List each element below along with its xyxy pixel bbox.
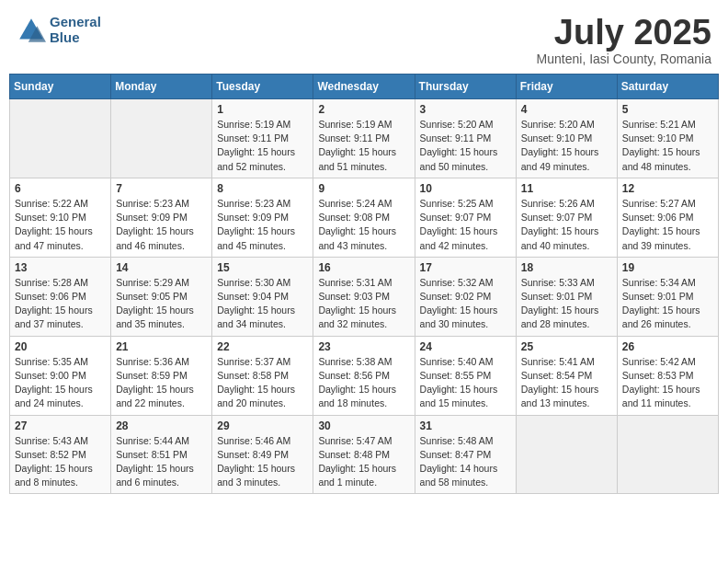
day-info: Sunrise: 5:20 AM Sunset: 9:10 PM Dayligh… xyxy=(521,118,612,174)
calendar-cell: 10Sunrise: 5:25 AM Sunset: 9:07 PM Dayli… xyxy=(415,178,516,257)
day-info: Sunrise: 5:30 AM Sunset: 9:04 PM Dayligh… xyxy=(217,276,308,332)
calendar-table: SundayMondayTuesdayWednesdayThursdayFrid… xyxy=(9,74,719,494)
calendar-cell: 5Sunrise: 5:21 AM Sunset: 9:10 PM Daylig… xyxy=(617,99,718,178)
day-info: Sunrise: 5:28 AM Sunset: 9:06 PM Dayligh… xyxy=(15,276,106,332)
calendar-week-row: 1Sunrise: 5:19 AM Sunset: 9:11 PM Daylig… xyxy=(10,99,719,178)
day-number: 15 xyxy=(217,261,308,274)
calendar-cell: 20Sunrise: 5:35 AM Sunset: 9:00 PM Dayli… xyxy=(10,336,111,415)
day-info: Sunrise: 5:38 AM Sunset: 8:56 PM Dayligh… xyxy=(318,355,409,411)
weekday-header: Tuesday xyxy=(212,75,313,99)
day-info: Sunrise: 5:24 AM Sunset: 9:08 PM Dayligh… xyxy=(318,197,409,253)
logo-line1: General xyxy=(50,15,101,30)
day-info: Sunrise: 5:23 AM Sunset: 9:09 PM Dayligh… xyxy=(116,197,207,253)
calendar-cell: 22Sunrise: 5:37 AM Sunset: 8:58 PM Dayli… xyxy=(212,336,313,415)
calendar-cell: 3Sunrise: 5:20 AM Sunset: 9:11 PM Daylig… xyxy=(415,99,516,178)
calendar-cell: 29Sunrise: 5:46 AM Sunset: 8:49 PM Dayli… xyxy=(212,415,313,494)
day-number: 11 xyxy=(521,182,612,195)
day-number: 17 xyxy=(420,261,511,274)
day-number: 12 xyxy=(622,182,713,195)
day-info: Sunrise: 5:29 AM Sunset: 9:05 PM Dayligh… xyxy=(116,276,207,332)
day-info: Sunrise: 5:46 AM Sunset: 8:49 PM Dayligh… xyxy=(217,434,308,490)
logo-icon xyxy=(17,16,46,45)
calendar-cell: 24Sunrise: 5:40 AM Sunset: 8:55 PM Dayli… xyxy=(415,336,516,415)
day-info: Sunrise: 5:26 AM Sunset: 9:07 PM Dayligh… xyxy=(521,197,612,253)
logo-line2: Blue xyxy=(50,30,101,46)
calendar-cell: 15Sunrise: 5:30 AM Sunset: 9:04 PM Dayli… xyxy=(212,257,313,336)
calendar-cell: 9Sunrise: 5:24 AM Sunset: 9:08 PM Daylig… xyxy=(313,178,415,257)
title-block: July 2025 Munteni, Iasi County, Romania xyxy=(537,15,711,66)
calendar-week-row: 20Sunrise: 5:35 AM Sunset: 9:00 PM Dayli… xyxy=(10,336,719,415)
day-number: 21 xyxy=(116,340,207,353)
calendar-cell: 25Sunrise: 5:41 AM Sunset: 8:54 PM Dayli… xyxy=(516,336,617,415)
day-number: 18 xyxy=(521,261,612,274)
weekday-header: Friday xyxy=(516,75,617,99)
calendar-cell: 6Sunrise: 5:22 AM Sunset: 9:10 PM Daylig… xyxy=(10,178,111,257)
calendar-week-row: 6Sunrise: 5:22 AM Sunset: 9:10 PM Daylig… xyxy=(10,178,719,257)
day-info: Sunrise: 5:34 AM Sunset: 9:01 PM Dayligh… xyxy=(622,276,713,332)
weekday-header: Saturday xyxy=(617,75,718,99)
day-number: 22 xyxy=(217,340,308,353)
day-info: Sunrise: 5:27 AM Sunset: 9:06 PM Dayligh… xyxy=(622,197,713,253)
weekday-header-row: SundayMondayTuesdayWednesdayThursdayFrid… xyxy=(10,75,719,99)
day-number: 8 xyxy=(217,182,308,195)
day-info: Sunrise: 5:37 AM Sunset: 8:58 PM Dayligh… xyxy=(217,355,308,411)
day-number: 6 xyxy=(15,182,106,195)
day-number: 27 xyxy=(15,419,106,432)
day-number: 16 xyxy=(318,261,409,274)
day-number: 23 xyxy=(318,340,409,353)
calendar-cell xyxy=(516,415,617,494)
day-number: 14 xyxy=(116,261,207,274)
calendar-cell: 7Sunrise: 5:23 AM Sunset: 9:09 PM Daylig… xyxy=(111,178,212,257)
day-info: Sunrise: 5:36 AM Sunset: 8:59 PM Dayligh… xyxy=(116,355,207,411)
day-info: Sunrise: 5:44 AM Sunset: 8:51 PM Dayligh… xyxy=(116,434,207,490)
weekday-header: Monday xyxy=(111,75,212,99)
day-info: Sunrise: 5:35 AM Sunset: 9:00 PM Dayligh… xyxy=(15,355,106,411)
calendar-cell: 19Sunrise: 5:34 AM Sunset: 9:01 PM Dayli… xyxy=(617,257,718,336)
calendar-cell xyxy=(10,99,111,178)
calendar-cell: 26Sunrise: 5:42 AM Sunset: 8:53 PM Dayli… xyxy=(617,336,718,415)
day-info: Sunrise: 5:32 AM Sunset: 9:02 PM Dayligh… xyxy=(420,276,511,332)
calendar-cell: 31Sunrise: 5:48 AM Sunset: 8:47 PM Dayli… xyxy=(415,415,516,494)
calendar-cell xyxy=(617,415,718,494)
day-number: 5 xyxy=(622,103,713,116)
calendar-cell: 8Sunrise: 5:23 AM Sunset: 9:09 PM Daylig… xyxy=(212,178,313,257)
day-number: 4 xyxy=(521,103,612,116)
logo: General Blue xyxy=(17,15,101,45)
day-info: Sunrise: 5:31 AM Sunset: 9:03 PM Dayligh… xyxy=(318,276,409,332)
day-info: Sunrise: 5:25 AM Sunset: 9:07 PM Dayligh… xyxy=(420,197,511,253)
day-number: 9 xyxy=(318,182,409,195)
calendar-cell: 30Sunrise: 5:47 AM Sunset: 8:48 PM Dayli… xyxy=(313,415,415,494)
calendar-cell: 1Sunrise: 5:19 AM Sunset: 9:11 PM Daylig… xyxy=(212,99,313,178)
calendar-week-row: 27Sunrise: 5:43 AM Sunset: 8:52 PM Dayli… xyxy=(10,415,719,494)
day-number: 24 xyxy=(420,340,511,353)
day-info: Sunrise: 5:42 AM Sunset: 8:53 PM Dayligh… xyxy=(622,355,713,411)
day-info: Sunrise: 5:33 AM Sunset: 9:01 PM Dayligh… xyxy=(521,276,612,332)
day-info: Sunrise: 5:48 AM Sunset: 8:47 PM Dayligh… xyxy=(420,434,511,490)
calendar-cell: 13Sunrise: 5:28 AM Sunset: 9:06 PM Dayli… xyxy=(10,257,111,336)
calendar-cell: 28Sunrise: 5:44 AM Sunset: 8:51 PM Dayli… xyxy=(111,415,212,494)
day-number: 31 xyxy=(420,419,511,432)
day-info: Sunrise: 5:23 AM Sunset: 9:09 PM Dayligh… xyxy=(217,197,308,253)
page-header: General Blue July 2025 Munteni, Iasi Cou… xyxy=(9,9,719,66)
day-number: 13 xyxy=(15,261,106,274)
weekday-header: Thursday xyxy=(415,75,516,99)
weekday-header: Wednesday xyxy=(313,75,415,99)
day-number: 19 xyxy=(622,261,713,274)
calendar-cell: 12Sunrise: 5:27 AM Sunset: 9:06 PM Dayli… xyxy=(617,178,718,257)
calendar-cell: 27Sunrise: 5:43 AM Sunset: 8:52 PM Dayli… xyxy=(10,415,111,494)
day-info: Sunrise: 5:43 AM Sunset: 8:52 PM Dayligh… xyxy=(15,434,106,490)
day-info: Sunrise: 5:20 AM Sunset: 9:11 PM Dayligh… xyxy=(420,118,511,174)
day-number: 25 xyxy=(521,340,612,353)
calendar-cell: 23Sunrise: 5:38 AM Sunset: 8:56 PM Dayli… xyxy=(313,336,415,415)
day-number: 30 xyxy=(318,419,409,432)
calendar-cell: 16Sunrise: 5:31 AM Sunset: 9:03 PM Dayli… xyxy=(313,257,415,336)
day-number: 3 xyxy=(420,103,511,116)
month-title: July 2025 xyxy=(537,15,711,50)
day-number: 29 xyxy=(217,419,308,432)
day-info: Sunrise: 5:40 AM Sunset: 8:55 PM Dayligh… xyxy=(420,355,511,411)
calendar-cell: 18Sunrise: 5:33 AM Sunset: 9:01 PM Dayli… xyxy=(516,257,617,336)
calendar-week-row: 13Sunrise: 5:28 AM Sunset: 9:06 PM Dayli… xyxy=(10,257,719,336)
calendar-cell: 14Sunrise: 5:29 AM Sunset: 9:05 PM Dayli… xyxy=(111,257,212,336)
day-number: 10 xyxy=(420,182,511,195)
calendar-cell xyxy=(111,99,212,178)
